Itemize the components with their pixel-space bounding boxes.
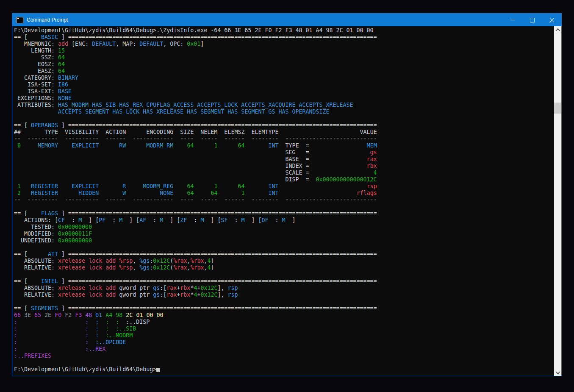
- console-line: : : : : :..SIB: [14, 325, 377, 332]
- title-bar[interactable]: Command Prompt: [12, 14, 561, 26]
- maximize-icon: [530, 18, 535, 22]
- cmd-icon: [16, 17, 23, 23]
- console-line: F:\Development\GitHub\zydis\Build64\Debu…: [14, 366, 377, 373]
- console-line: : :..REX: [14, 346, 377, 353]
- console-line: F:\Development\GitHub\zydis\Build64\Debu…: [14, 27, 377, 34]
- console-line: CATEGORY: BINARY: [14, 75, 377, 81]
- close-icon: [549, 17, 555, 23]
- console-line: MODIFIED: 0x0000011F: [14, 231, 377, 237]
- chevron-down-icon: [555, 369, 560, 374]
- text-cursor: [156, 368, 160, 372]
- scroll-down-button[interactable]: [554, 369, 561, 376]
- chevron-up-icon: [555, 28, 560, 33]
- console-line: == [ INTEL ] ===========================…: [14, 278, 377, 285]
- console-line: ABSOLUTE: xrelease lock add qword ptr gs…: [14, 285, 377, 292]
- console-line: 0 MEMORY EXPLICIT RW MODRM_RM 64 1 64 IN…: [14, 142, 377, 149]
- console-line: == [ OPERANDS ] ========================…: [14, 122, 377, 129]
- console-output: F:\Development\GitHub\zydis\Build64\Debu…: [14, 27, 377, 373]
- console-line: MNEMONIC: add [ENC: DEFAULT, MAP: DEFAUL…: [14, 41, 377, 47]
- console-line: == [ FLAGS ] ===========================…: [14, 210, 377, 217]
- scrollbar[interactable]: [554, 26, 561, 376]
- console-line: ISA-EXT: BASE: [14, 88, 377, 95]
- minimize-button[interactable]: [503, 14, 522, 26]
- console-line: ATTRIBUTES: HAS_MODRM HAS_SIB HAS_REX CP…: [14, 102, 377, 108]
- scrollbar-thumb[interactable]: [554, 103, 561, 114]
- console-line: ## TYPE VISIBILITY ACTION ENCODING SIZE …: [14, 129, 377, 136]
- console-line: ACCEPTS_SEGMENT HAS_LOCK HAS_XRELEASE HA…: [14, 108, 377, 115]
- console-line: EOSZ: 64: [14, 61, 377, 68]
- console-line: RELATIVE: xrelease lock add qword ptr gs…: [14, 292, 377, 298]
- command-prompt-window: Command Prompt F:\Development\GitHub\zyd…: [12, 13, 562, 376]
- console-line: SEG = gs: [14, 149, 377, 156]
- console-line: 66 3E 65 2E F0 F2 F3 48 01 A4 98 2C 01 0…: [14, 312, 377, 319]
- console-line: RELATIVE: xrelease lock add %rsp, %gs:0x…: [14, 264, 377, 271]
- console-line: LENGTH: 15: [14, 47, 377, 54]
- window-controls: [503, 14, 561, 26]
- console-line: TESTED: 0x00000000: [14, 224, 377, 231]
- minimize-icon: [510, 20, 515, 20]
- console-line: SSZ: 64: [14, 54, 377, 61]
- console-line: == [ ATT ] =============================…: [14, 251, 377, 258]
- console-line: INDEX = rbx: [14, 163, 377, 170]
- maximize-button[interactable]: [522, 14, 542, 26]
- scroll-up-button[interactable]: [554, 26, 561, 33]
- console-line: 1 REGISTER EXPLICIT R MODRM_REG 64 1 64 …: [14, 183, 377, 190]
- console-line: [14, 359, 377, 366]
- close-button[interactable]: [542, 14, 561, 26]
- console-line: SCALE = 4: [14, 170, 377, 176]
- console-line: : : :..OPCODE: [14, 339, 377, 346]
- console-line: ABSOLUTE: xrelease lock add %rsp, %gs:0x…: [14, 258, 377, 264]
- console-line: EASZ: 64: [14, 68, 377, 75]
- console-line: -- --------- ---------- ------ ---------…: [14, 136, 377, 142]
- console-line: [14, 271, 377, 278]
- console-line: == [ SEGMENTS ] ========================…: [14, 305, 377, 312]
- window-title: Command Prompt: [27, 17, 68, 23]
- console-line: -- --------- ---------- ------ ---------…: [14, 197, 377, 203]
- console-line: [14, 298, 377, 305]
- console-line: [14, 115, 377, 122]
- console-line: :..PREFIXES: [14, 353, 377, 359]
- console-line: == [ BASIC ] ===========================…: [14, 34, 377, 41]
- console-line: [14, 244, 377, 251]
- console-line: EXCEPTIONS: NONE: [14, 95, 377, 102]
- console-line: [14, 203, 377, 210]
- console-viewport[interactable]: F:\Development\GitHub\zydis\Build64\Debu…: [12, 26, 561, 376]
- console-line: BASE = rax: [14, 156, 377, 163]
- console-line: : : : : : :..DISP: [14, 319, 377, 325]
- console-line: : : : :..MODRM: [14, 332, 377, 339]
- console-line: ISA-SET: I86: [14, 81, 377, 88]
- console-line: ACTIONS: [CF : M ] [PF : M ] [AF : M ] […: [14, 217, 377, 224]
- console-line: DISP = 0x000000000000012C: [14, 176, 377, 183]
- console-line: 2 REGISTER HIDDEN W NONE 64 64 1 INT rfl…: [14, 190, 377, 197]
- console-line: UNDEFINED: 0x00000000: [14, 237, 377, 244]
